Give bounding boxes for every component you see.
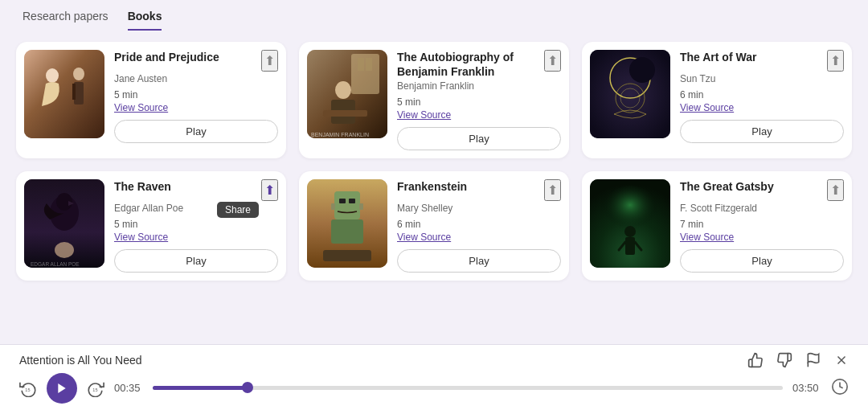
card-duration-frankenstein: 6 min	[397, 219, 561, 230]
progress-thumb[interactable]	[242, 382, 253, 393]
thumbs-down-icon	[776, 352, 792, 368]
share-button-pride-prejudice[interactable]: ⬆	[261, 50, 278, 72]
card-body-frankenstein: Frankenstein ⬆ Mary Shelley 6 min View S…	[397, 179, 561, 273]
rewind-button[interactable]: 15	[19, 379, 37, 397]
tab-books[interactable]: Books	[128, 10, 162, 31]
play-button-the-raven[interactable]: Play	[114, 249, 278, 273]
card-duration-the-raven: 5 min	[114, 219, 278, 230]
card-art-of-war: The Art of War ⬆ Sun Tzu 6 min View Sour…	[582, 42, 852, 158]
play-button-pride-prejudice[interactable]: Play	[114, 120, 278, 143]
view-source-art-of-war[interactable]: View Source	[680, 102, 844, 113]
card-header-franklin: The Autobiography of Benjamin Franklin ⬆	[397, 50, 561, 79]
card-title-great-gatsby: The Great Gatsby	[680, 179, 774, 194]
total-time: 03:50	[792, 382, 821, 394]
svg-text:15: 15	[25, 387, 30, 392]
view-source-frankenstein[interactable]: View Source	[397, 232, 561, 243]
svg-rect-13	[590, 50, 670, 138]
card-author-art-of-war: Sun Tzu	[680, 73, 844, 84]
share-button-the-raven[interactable]: ⬆	[261, 179, 278, 201]
current-time: 00:35	[114, 382, 143, 394]
card-title-benjamin-franklin: The Autobiography of Benjamin Franklin	[397, 50, 542, 79]
tab-research-papers[interactable]: Research papers	[23, 10, 108, 31]
rewind-icon: 15	[19, 379, 37, 397]
card-duration-great-gatsby: 7 min	[680, 219, 844, 230]
card-header-pride: Pride and Prejudice ⬆	[114, 50, 278, 72]
play-button-frankenstein[interactable]: Play	[397, 249, 561, 273]
card-body-the-raven: The Raven ⬆ Edgar Allan Poe 5 min Share …	[114, 179, 278, 273]
svg-point-2	[73, 68, 84, 80]
card-body-pride-prejudice: Pride and Prejudice ⬆ Jane Austen 5 min …	[114, 50, 278, 150]
flag-button[interactable]	[805, 352, 821, 368]
card-title-art-of-war: The Art of War	[680, 50, 756, 64]
card-the-raven: EDGAR ALLAN POE The Raven ⬆ Edgar Allan …	[16, 171, 286, 281]
play-button-great-gatsby[interactable]: Play	[680, 249, 844, 273]
share-button-great-gatsby[interactable]: ⬆	[827, 179, 844, 201]
view-source-pride-prejudice[interactable]: View Source	[114, 102, 278, 113]
svg-point-33	[624, 226, 636, 237]
player-top-row: Attention is All You Need	[19, 352, 849, 368]
book-cover-benjamin-franklin: BENJAMIN FRANKLIN	[307, 50, 387, 138]
book-cover-pride-prejudice	[24, 50, 104, 138]
card-body-great-gatsby: The Great Gatsby ⬆ F. Scott Fitzgerald 7…	[680, 179, 844, 273]
svg-rect-25	[331, 203, 335, 210]
book-cover-frankenstein	[307, 179, 387, 268]
svg-rect-29	[331, 219, 363, 244]
svg-point-1	[46, 68, 59, 83]
card-author-great-gatsby: F. Scott Fitzgerald	[680, 203, 844, 214]
svg-rect-11	[323, 110, 367, 117]
card-frankenstein: Frankenstein ⬆ Mary Shelley 6 min View S…	[299, 171, 569, 281]
view-source-benjamin-franklin[interactable]: View Source	[397, 109, 561, 121]
player-title: Attention is All You Need	[19, 354, 142, 367]
card-author-benjamin-franklin: Benjamin Franklin	[397, 80, 561, 92]
svg-marker-39	[58, 383, 65, 393]
progress-fill	[153, 386, 248, 390]
view-source-the-raven[interactable]: View Source	[114, 232, 278, 243]
close-icon	[834, 353, 849, 367]
speed-icon	[831, 378, 849, 396]
forward-icon: 15	[87, 379, 104, 397]
card-title-pride-prejudice: Pride and Prejudice	[114, 50, 219, 64]
play-pause-button[interactable]	[47, 373, 77, 404]
share-button-frankenstein[interactable]: ⬆	[544, 179, 561, 201]
play-button-benjamin-franklin[interactable]: Play	[397, 127, 561, 150]
svg-text:BENJAMIN FRANKLIN: BENJAMIN FRANKLIN	[311, 132, 369, 137]
svg-rect-24	[334, 191, 360, 219]
svg-rect-4	[72, 84, 76, 100]
card-header-gatsby: The Great Gatsby ⬆	[680, 179, 844, 201]
share-button-benjamin-franklin[interactable]: ⬆	[544, 50, 561, 72]
svg-rect-30	[323, 250, 371, 261]
card-pride-prejudice: Pride and Prejudice ⬆ Jane Austen 5 min …	[16, 42, 286, 158]
close-player-button[interactable]	[834, 353, 849, 367]
svg-point-9	[335, 81, 351, 99]
player-actions	[747, 352, 849, 368]
card-header-artofwar: The Art of War ⬆	[680, 50, 844, 72]
svg-rect-26	[359, 203, 363, 210]
like-button[interactable]	[747, 352, 764, 368]
svg-rect-7	[358, 58, 364, 71]
share-button-art-of-war[interactable]: ⬆	[827, 50, 844, 72]
play-button-art-of-war[interactable]: Play	[680, 120, 844, 143]
svg-rect-27	[339, 199, 346, 203]
view-source-great-gatsby[interactable]: View Source	[680, 232, 844, 243]
card-benjamin-franklin: BENJAMIN FRANKLIN The Autobiography of B…	[299, 42, 569, 158]
svg-rect-6	[351, 54, 379, 94]
svg-text:EDGAR ALLAN POE: EDGAR ALLAN POE	[31, 261, 80, 267]
speed-button[interactable]	[831, 378, 849, 399]
card-title-frankenstein: Frankenstein	[397, 179, 467, 194]
card-author-frankenstein: Mary Shelley	[397, 203, 561, 214]
forward-button[interactable]: 15	[87, 379, 104, 397]
svg-point-15	[629, 57, 655, 83]
card-duration-pride-prejudice: 5 min	[114, 89, 278, 100]
dislike-button[interactable]	[776, 352, 792, 368]
svg-rect-8	[366, 58, 372, 71]
share-tooltip-the-raven: Share	[217, 202, 259, 218]
progress-bar[interactable]	[153, 386, 783, 391]
svg-point-21	[55, 242, 74, 258]
book-cover-art-of-war	[590, 50, 670, 138]
card-body-benjamin-franklin: The Autobiography of Benjamin Franklin ⬆…	[397, 50, 561, 150]
card-title-the-raven: The Raven	[114, 179, 171, 194]
play-icon	[55, 382, 68, 395]
thumbs-up-icon	[747, 352, 764, 368]
card-duration-benjamin-franklin: 5 min	[397, 96, 561, 108]
card-header-raven: The Raven ⬆	[114, 179, 278, 201]
